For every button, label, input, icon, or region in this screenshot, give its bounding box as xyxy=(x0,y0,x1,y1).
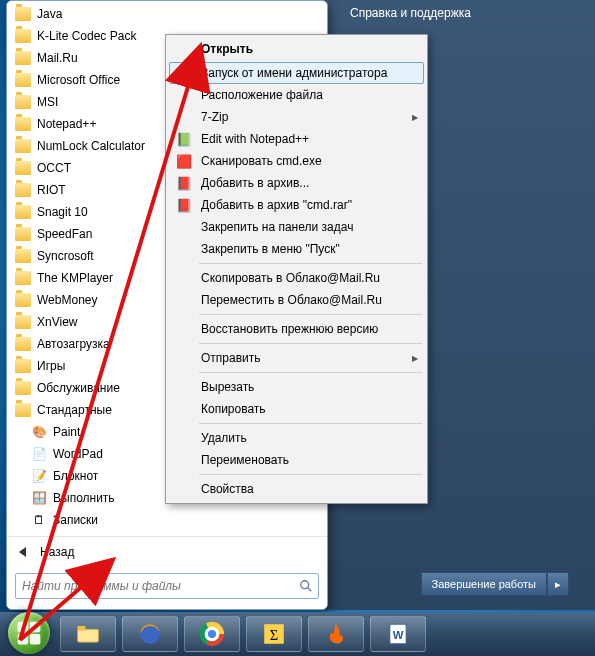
help-link[interactable]: Справка и поддержка xyxy=(350,6,471,20)
program-label: Snagit 10 xyxy=(37,205,88,219)
context-menu-item[interactable]: 🛡Запуск от имени администратора xyxy=(169,62,424,84)
app-icon: 📄 xyxy=(31,446,47,462)
context-menu: Открыть 🛡Запуск от имени администратораР… xyxy=(165,34,428,504)
svg-point-0 xyxy=(301,581,309,589)
svg-text:Σ: Σ xyxy=(270,627,279,643)
context-menu-item[interactable]: 📕Добавить в архив "cmd.rar" xyxy=(169,194,424,216)
program-label: Paint xyxy=(53,425,80,439)
context-menu-item[interactable]: 7-Zip xyxy=(169,106,424,128)
program-label: WebMoney xyxy=(37,293,97,307)
context-menu-label: Сканировать cmd.exe xyxy=(201,154,322,168)
program-label: Выполнить xyxy=(53,491,115,505)
context-menu-item[interactable]: Переименовать xyxy=(169,449,424,471)
program-label: RIOT xyxy=(37,183,66,197)
context-menu-separator xyxy=(199,474,422,475)
context-menu-item[interactable]: 🟥Сканировать cmd.exe xyxy=(169,150,424,172)
search-icon xyxy=(294,579,318,593)
svg-rect-16 xyxy=(18,634,29,645)
taskbar-app-explorer[interactable] xyxy=(60,616,116,652)
context-menu-label: Запуск от имени администратора xyxy=(201,66,387,80)
taskbar-app-chrome[interactable] xyxy=(184,616,240,652)
program-label: OCCT xyxy=(37,161,71,175)
program-label: Mail.Ru xyxy=(37,51,78,65)
folder-icon xyxy=(15,95,31,109)
context-menu-label: Закрепить на панели задач xyxy=(201,220,353,234)
program-label: Notepad++ xyxy=(37,117,96,131)
program-label: XnView xyxy=(37,315,77,329)
context-menu-label: Добавить в архив "cmd.rar" xyxy=(201,198,352,212)
context-menu-icon: 🟥 xyxy=(175,152,193,170)
context-menu-separator xyxy=(199,314,422,315)
start-orb[interactable] xyxy=(8,612,50,654)
back-arrow-icon xyxy=(19,547,26,557)
search-box[interactable] xyxy=(15,573,319,599)
shutdown-button[interactable]: Завершение работы xyxy=(421,572,547,596)
context-menu-separator xyxy=(199,423,422,424)
context-menu-label: Расположение файла xyxy=(201,88,323,102)
program-label: K-Lite Codec Pack xyxy=(37,29,136,43)
context-menu-label: Свойства xyxy=(201,482,254,496)
back-label: Назад xyxy=(40,545,74,559)
program-label: Стандартные xyxy=(37,403,112,417)
folder-icon xyxy=(15,271,31,285)
program-item[interactable]: Java xyxy=(11,3,323,25)
taskbar-app-word[interactable]: W xyxy=(370,616,426,652)
program-label: Автозагрузка xyxy=(37,337,110,351)
context-menu-label: Закрепить в меню "Пуск" xyxy=(201,242,340,256)
app-icon: 🎨 xyxy=(31,424,47,440)
context-menu-item[interactable]: Отправить xyxy=(169,347,424,369)
context-menu-label: Восстановить прежнюю версию xyxy=(201,322,378,336)
context-menu-label: Edit with Notepad++ xyxy=(201,132,309,146)
folder-icon xyxy=(15,359,31,373)
context-menu-title: Открыть xyxy=(169,38,424,62)
svg-rect-14 xyxy=(18,622,29,633)
folder-icon xyxy=(15,73,31,87)
context-menu-item[interactable]: 📕Добавить в архив... xyxy=(169,172,424,194)
context-menu-icon: 📕 xyxy=(175,174,193,192)
program-label: Игры xyxy=(37,359,65,373)
context-menu-item[interactable]: Переместить в Облако@Mail.Ru xyxy=(169,289,424,311)
context-menu-item[interactable]: Расположение файла xyxy=(169,84,424,106)
context-menu-label: 7-Zip xyxy=(201,110,228,124)
context-menu-item[interactable]: Удалить xyxy=(169,427,424,449)
folder-icon xyxy=(15,227,31,241)
program-label: WordPad xyxy=(53,447,103,461)
context-menu-separator xyxy=(199,372,422,373)
program-label: Блокнот xyxy=(53,469,98,483)
program-label: MSI xyxy=(37,95,58,109)
context-menu-icon: 📗 xyxy=(175,130,193,148)
folder-icon xyxy=(15,29,31,43)
program-label: Syncrosoft xyxy=(37,249,94,263)
context-menu-item[interactable]: Закрепить на панели задач xyxy=(169,216,424,238)
context-menu-item[interactable]: Закрепить в меню "Пуск" xyxy=(169,238,424,260)
svg-point-9 xyxy=(208,630,216,638)
folder-icon xyxy=(15,117,31,131)
taskbar-app-firefox[interactable] xyxy=(122,616,178,652)
folder-icon xyxy=(15,161,31,175)
program-label: SpeedFan xyxy=(37,227,92,241)
context-menu-label: Копировать xyxy=(201,402,266,416)
context-menu-item[interactable]: Скопировать в Облако@Mail.Ru xyxy=(169,267,424,289)
taskbar[interactable]: Σ W xyxy=(0,612,595,656)
shutdown-group: Завершение работы ▸ xyxy=(421,572,569,596)
search-input[interactable] xyxy=(16,575,294,597)
taskbar-app-sigma[interactable]: Σ xyxy=(246,616,302,652)
folder-icon xyxy=(15,381,31,395)
context-menu-item[interactable]: Копировать xyxy=(169,398,424,420)
taskbar-app-flame[interactable] xyxy=(308,616,364,652)
context-menu-item[interactable]: Восстановить прежнюю версию xyxy=(169,318,424,340)
program-item[interactable]: 🗒Записки xyxy=(11,509,323,531)
context-menu-icon: 🛡 xyxy=(176,64,194,82)
program-label: Обслуживание xyxy=(37,381,120,395)
context-menu-label: Переместить в Облако@Mail.Ru xyxy=(201,293,382,307)
context-menu-label: Отправить xyxy=(201,351,261,365)
shutdown-options-button[interactable]: ▸ xyxy=(547,572,569,596)
back-button[interactable]: Назад xyxy=(7,536,327,567)
svg-rect-3 xyxy=(77,626,85,631)
context-menu-label: Скопировать в Облако@Mail.Ru xyxy=(201,271,380,285)
context-menu-item[interactable]: 📗Edit with Notepad++ xyxy=(169,128,424,150)
context-menu-separator xyxy=(199,263,422,264)
context-menu-item[interactable]: Вырезать xyxy=(169,376,424,398)
context-menu-item[interactable]: Свойства xyxy=(169,478,424,500)
context-menu-label: Удалить xyxy=(201,431,247,445)
